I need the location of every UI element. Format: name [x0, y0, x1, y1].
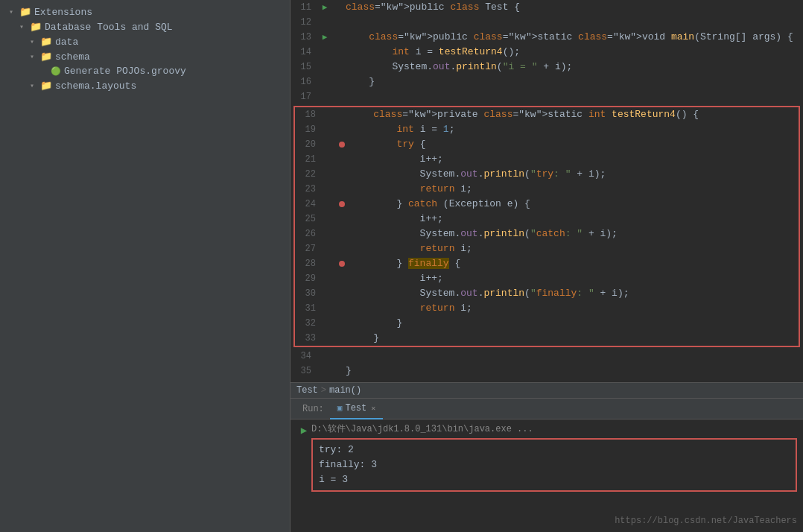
code-text: return i; [347, 182, 799, 197]
bottom-tabs-bar: Run: ▣Test✕ [291, 399, 803, 419]
code-line: 21 i++; [295, 152, 799, 167]
code-line: 18 class="kw">private class="kw">static … [295, 107, 799, 122]
line-number: 30 [295, 286, 322, 301]
tab-close-button[interactable]: ✕ [371, 404, 375, 413]
tree-icon: 📁 [40, 80, 52, 92]
code-text: } [347, 316, 799, 331]
code-line: 22 System.out.println("try: " + i); [295, 167, 799, 182]
breadcrumb-file: Test [296, 385, 318, 396]
run-gutter-cell: ▶ [317, 0, 332, 15]
tree-icon: 📁 [40, 51, 52, 63]
sidebar-item[interactable]: ▾📁schema.layouts [3, 78, 287, 93]
breadcrumb-method: main() [329, 385, 361, 396]
tree-icon: 📁 [30, 21, 42, 33]
bottom-tab[interactable]: ▣Test✕ [330, 399, 383, 419]
code-line: 20 try { [295, 137, 799, 152]
breakpoint-dot [339, 261, 345, 267]
code-text: return i; [347, 241, 799, 256]
code-line: 11▶class="kw">public class Test { [291, 0, 803, 15]
tree-icon: 📁 [40, 36, 52, 48]
code-text: System.out.println("finally: " + i); [347, 286, 799, 301]
line-number: 13 [291, 30, 317, 45]
code-line: 14 int i = testReturn4(); [291, 45, 803, 60]
code-text: } catch (Exception e) { [347, 197, 799, 212]
tree-icon: 🟢 [51, 66, 61, 76]
code-line: 34 [291, 349, 803, 364]
run-arrow-icon: ▶ [323, 0, 328, 15]
sidebar: ▾📁Extensions▾📁Database Tools and SQL▾📁da… [0, 0, 291, 532]
highlighted-code-region: 18 class="kw">private class="kw">static … [293, 106, 800, 347]
code-line: 12 [291, 15, 803, 30]
line-number: 27 [295, 241, 322, 256]
line-number: 28 [295, 256, 322, 271]
breakpoint-dot [339, 201, 345, 207]
line-number: 32 [295, 316, 322, 331]
line-number: 15 [291, 60, 317, 75]
sidebar-item-label: Generate POJOs.groovy [64, 66, 186, 77]
sidebar-item-label: Extensions [34, 7, 92, 18]
code-line: 25 i++; [295, 212, 799, 227]
code-line: 23 return i; [295, 182, 799, 197]
code-text: try { [347, 137, 799, 152]
code-line: 19 int i = 1; [295, 122, 799, 137]
sidebar-item[interactable]: ▾📁Extensions [3, 4, 287, 19]
tree-arrow: ▾ [30, 81, 40, 90]
run-gutter: ▶ [296, 422, 311, 529]
code-text: return i; [347, 301, 799, 316]
line-number: 23 [295, 182, 322, 197]
code-text: } [347, 331, 799, 346]
code-text: System.out.println("i = " + i); [343, 60, 803, 75]
line-number: 20 [295, 137, 322, 152]
breakpoint-area [337, 201, 347, 207]
sidebar-item[interactable]: ▾📁data [3, 34, 287, 49]
code-line: 28 } finally { [295, 256, 799, 271]
code-line: 24 } catch (Exception e) { [295, 197, 799, 212]
tree-icon: 📁 [19, 6, 31, 18]
sidebar-item[interactable]: 🟢Generate POJOs.groovy [3, 64, 287, 78]
line-number: 11 [291, 0, 317, 15]
run-play-icon: ▶ [301, 424, 307, 437]
line-number: 14 [291, 45, 317, 60]
line-number: 21 [295, 152, 322, 167]
sidebar-item[interactable]: ▾📁schema [3, 49, 287, 64]
code-text: int i = 1; [347, 122, 799, 137]
sidebar-item[interactable]: ▾📁Database Tools and SQL [3, 19, 287, 34]
code-line: 16 } [291, 75, 803, 89]
code-text: i++; [347, 271, 799, 286]
tree-arrow: ▾ [30, 37, 40, 46]
line-number: 18 [295, 107, 322, 122]
line-number: 31 [295, 301, 322, 316]
code-line: 17 [291, 89, 803, 104]
output-path: D:\软件\Java\jdk1.8.0_131\bin\java.exe ... [311, 422, 797, 435]
tab-icon: ▣ [337, 403, 343, 413]
bottom-panel: Run: ▣Test✕ ▶ D:\软件\Java\jdk1.8.0_131\bi… [291, 398, 803, 532]
run-output: D:\软件\Java\jdk1.8.0_131\bin\java.exe ...… [311, 422, 797, 529]
tree-arrow: ▾ [19, 22, 30, 31]
tab-label: Test [345, 403, 366, 414]
code-text: i++; [347, 212, 799, 227]
line-number: 22 [295, 167, 322, 182]
code-text: } [343, 364, 803, 379]
line-number: 12 [291, 15, 317, 30]
tree-arrow: ▾ [9, 7, 19, 16]
sidebar-item-label: schema.layouts [55, 80, 136, 92]
code-line: 13▶ class="kw">public class="kw">static … [291, 30, 803, 45]
sidebar-item-label: schema [55, 51, 90, 63]
code-text: i++; [347, 152, 799, 167]
code-text: System.out.println("catch: " + i); [347, 227, 799, 241]
sidebar-item-label: Database Tools and SQL [45, 22, 173, 33]
sidebar-item-label: data [55, 37, 78, 48]
breakpoint-area [337, 261, 347, 267]
code-line: 27 return i; [295, 241, 799, 256]
line-number: 25 [295, 212, 322, 227]
output-line: try: 2 [319, 443, 790, 457]
line-number: 26 [295, 227, 322, 241]
code-line: 35} [291, 364, 803, 379]
line-number: 29 [295, 271, 322, 286]
code-line: 33 } [295, 331, 799, 346]
watermark: https://blog.csdn.net/JavaTeachers [615, 516, 797, 526]
code-line: 26 System.out.println("catch: " + i); [295, 227, 799, 241]
line-number: 33 [295, 331, 322, 346]
main-area: 11▶class="kw">public class Test {1213▶ c… [291, 0, 803, 532]
tree-arrow: ▾ [30, 52, 40, 61]
